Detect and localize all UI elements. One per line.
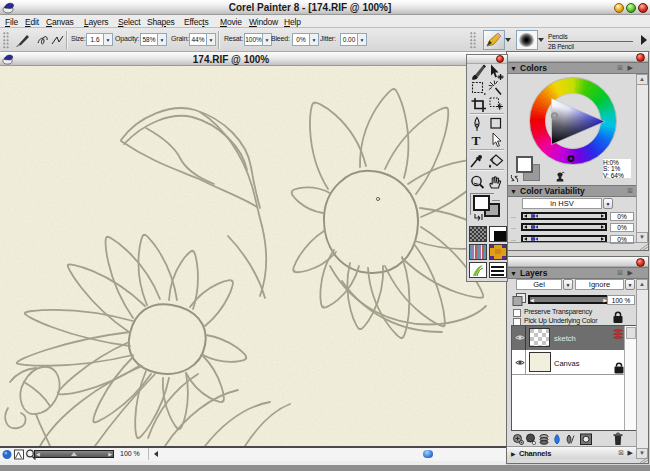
svg-text:T: T bbox=[472, 133, 481, 148]
